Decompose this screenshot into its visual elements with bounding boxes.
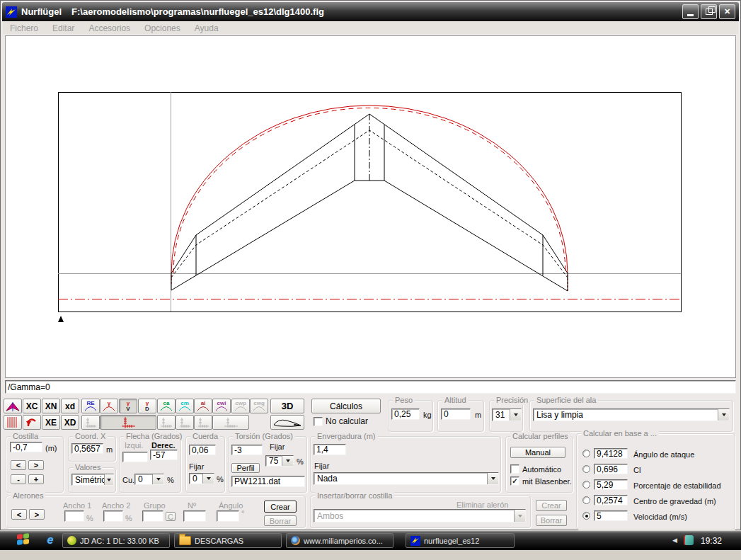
drawing-canvas[interactable] <box>5 35 736 378</box>
angulo-ataque-input[interactable] <box>594 448 628 459</box>
minimize-button[interactable] <box>682 4 699 19</box>
torsion-fijar-select[interactable]: 75 <box>265 455 294 467</box>
dropdown-arrow-icon[interactable] <box>510 409 521 421</box>
no-calcular-checkbox[interactable]: No calcular <box>314 416 368 426</box>
grupo-c-button[interactable]: C <box>166 512 176 521</box>
dropdown-arrow-icon[interactable] <box>152 474 163 484</box>
cl-input[interactable] <box>594 464 628 474</box>
command-line-input[interactable] <box>5 380 736 394</box>
blasenberg-checkbox[interactable]: ✓ mit Blasenber. <box>510 476 572 486</box>
grupo-input[interactable] <box>142 510 163 522</box>
centro-gravedad-radio[interactable] <box>582 496 590 504</box>
precision-select[interactable]: 31 <box>492 408 522 421</box>
costilla-prev-button[interactable]: < <box>11 460 26 470</box>
cuerda-fijar-select[interactable]: 0 <box>189 473 214 484</box>
aleron-next-button[interactable]: > <box>29 509 45 520</box>
aleron-prev-button[interactable]: < <box>11 509 27 520</box>
coord-x-input[interactable] <box>71 443 103 454</box>
estabilidad-input[interactable] <box>594 479 628 490</box>
gamma-d-plot-button[interactable]: γ D <box>138 399 156 413</box>
xd-button[interactable]: xd <box>61 399 79 413</box>
ancho1-input[interactable] <box>64 510 84 522</box>
re-plot-button[interactable]: RE <box>81 399 100 413</box>
envergadura-input[interactable] <box>314 444 346 455</box>
xn-button[interactable]: XN <box>42 399 60 413</box>
ribs-view-button[interactable] <box>4 415 22 430</box>
airfoil-view-button[interactable] <box>270 415 304 430</box>
ambos-select[interactable]: Ambos <box>314 509 526 522</box>
flecha-izqui-input[interactable] <box>122 452 148 462</box>
tray-app-icon[interactable] <box>684 535 694 545</box>
xd-upper-button[interactable]: XD <box>61 415 79 430</box>
costilla-crear-button[interactable]: Crear <box>536 500 567 511</box>
peso-input[interactable] <box>391 408 420 420</box>
axis-plot-button-4[interactable] <box>194 415 212 430</box>
dropdown-arrow-icon[interactable] <box>202 474 214 484</box>
valores-select[interactable]: Simétricc <box>71 474 114 486</box>
quicklaunch-ie-button[interactable]: e <box>44 533 57 547</box>
altitud-input[interactable] <box>441 408 471 420</box>
restore-button[interactable] <box>701 4 717 19</box>
view-3d-button[interactable]: 3D <box>270 399 304 413</box>
flecha-derec-input[interactable] <box>150 450 178 460</box>
axis-plot-button-red[interactable] <box>100 415 156 430</box>
xe-button[interactable]: XE <box>42 415 60 430</box>
axis-plot-button-wide[interactable] <box>212 415 249 430</box>
velocidad-input[interactable] <box>594 510 628 521</box>
velocidad-radio[interactable] <box>582 512 590 520</box>
automatico-checkbox[interactable]: Automático <box>510 464 561 474</box>
superficie-select[interactable]: Lisa y limpia <box>533 408 730 421</box>
dropdown-arrow-icon[interactable] <box>104 474 113 485</box>
cm-plot-button[interactable]: cm <box>176 399 194 413</box>
aleron-crear-button[interactable]: Crear <box>264 501 297 513</box>
task-descargas[interactable]: DESCARGAS <box>174 533 282 548</box>
perfil-file-input[interactable] <box>231 476 305 487</box>
wing-view-button[interactable] <box>4 399 22 413</box>
centro-gravedad-input[interactable] <box>594 495 628 505</box>
start-button[interactable] <box>17 534 29 544</box>
menu-ayuda[interactable]: Ayuda <box>188 23 226 33</box>
aleron-borrar-button[interactable]: Borrar <box>264 515 297 526</box>
title-bar[interactable]: Nurflügel F:\aeromodelismo\programas\nur… <box>2 2 739 21</box>
task-browser[interactable]: www.miliamperios.co... <box>286 533 394 548</box>
costilla-minus-button[interactable]: - <box>11 474 26 484</box>
envergadura-fijar-select[interactable]: Nada <box>314 472 499 485</box>
menu-editar[interactable]: Editar <box>45 23 81 33</box>
angulo-ataque-radio[interactable] <box>582 450 590 457</box>
undo-button[interactable] <box>23 415 41 430</box>
numero-input[interactable] <box>183 510 206 522</box>
axis-plot-button-3[interactable] <box>176 415 194 430</box>
dropdown-arrow-icon[interactable] <box>514 510 525 522</box>
menu-accesorios[interactable]: Accesorios <box>81 23 137 33</box>
task-nurfluegel[interactable]: nurfluegel_es12 <box>406 533 515 548</box>
costilla-input[interactable] <box>10 442 42 452</box>
costilla-next-button[interactable]: > <box>28 460 44 470</box>
cwp-plot-button[interactable]: cwp <box>231 399 250 413</box>
xc-button[interactable]: XC <box>23 399 41 413</box>
axis-plot-button-2[interactable] <box>157 415 176 430</box>
dropdown-arrow-icon[interactable] <box>487 473 498 484</box>
torsion-input[interactable] <box>231 445 263 455</box>
gamma-plot-button[interactable]: γ <box>100 399 118 413</box>
tray-expand-icon[interactable]: ◀ <box>672 537 677 544</box>
ca-plot-button[interactable]: ca <box>157 399 176 413</box>
dropdown-arrow-icon[interactable] <box>282 456 293 466</box>
ancho2-input[interactable] <box>103 510 123 522</box>
manual-button[interactable]: Manual <box>510 447 565 458</box>
calculos-button[interactable]: Cálculos <box>311 399 381 413</box>
task-jdownloader[interactable]: JD AC: 1 DL: 33.00 KB <box>62 533 170 548</box>
gamma-v-plot-button[interactable]: γ V <box>119 399 137 413</box>
menu-fichero[interactable]: Fichero <box>3 23 45 33</box>
axis-plot-button-1[interactable] <box>81 415 100 430</box>
angulo-input[interactable] <box>217 510 239 522</box>
menu-opciones[interactable]: Opciones <box>137 23 188 33</box>
cuerda-input[interactable] <box>189 445 216 455</box>
ai-plot-button[interactable]: ai <box>194 399 212 413</box>
close-button[interactable]: ✕ <box>719 4 735 19</box>
perfil-button[interactable]: Perfil <box>231 463 260 473</box>
cwi-plot-button[interactable]: cwi <box>212 399 231 413</box>
cwg-plot-button[interactable]: cwg <box>250 399 268 413</box>
estabilidad-radio[interactable] <box>582 481 590 488</box>
cl-radio[interactable] <box>582 465 590 473</box>
costilla-borrar-button[interactable]: Borrar <box>536 515 567 526</box>
